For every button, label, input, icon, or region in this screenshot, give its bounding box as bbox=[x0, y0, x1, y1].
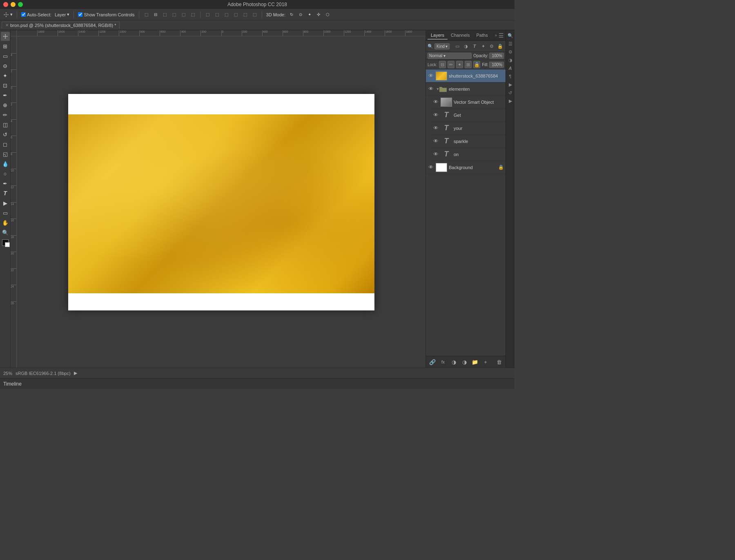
artboard-tool[interactable]: ⊞ bbox=[1, 42, 10, 51]
path-selection-tool[interactable]: ▶ bbox=[1, 199, 10, 207]
add-adjustment-btn[interactable]: ◑ bbox=[460, 358, 468, 366]
show-transform-checkbox[interactable] bbox=[78, 12, 82, 17]
layer-visibility-shutterstock[interactable]: 👁 bbox=[428, 73, 434, 79]
distribute-middle-btn[interactable]: ⬚ bbox=[242, 12, 248, 17]
layer-visibility-on[interactable]: 👁 bbox=[432, 151, 439, 158]
filter-adj-btn[interactable]: ◑ bbox=[462, 42, 470, 50]
brush-tool[interactable]: ✏ bbox=[1, 110, 10, 119]
delete-layer-btn[interactable]: 🗑 bbox=[495, 358, 503, 366]
distribute-bottom-btn[interactable]: ⬚ bbox=[252, 12, 258, 17]
crop-tool[interactable]: ⊡ bbox=[1, 81, 10, 90]
blend-mode-dropdown[interactable]: Normal ▾ bbox=[428, 53, 472, 59]
layer-visibility-elementen[interactable]: 👁 bbox=[428, 86, 434, 92]
history-btn[interactable]: ↺ bbox=[507, 89, 514, 96]
lock-artboard-btn[interactable]: ⊞ bbox=[465, 61, 472, 68]
3d-roll-btn[interactable]: ⊙ bbox=[298, 12, 303, 17]
distribute-top-btn[interactable]: ⬚ bbox=[233, 12, 239, 17]
distribute-right-btn[interactable]: ⬚ bbox=[223, 12, 229, 17]
show-transform-checkbox-group[interactable]: Show Transform Controls bbox=[78, 12, 134, 17]
tab-paths[interactable]: Paths bbox=[473, 31, 491, 40]
layer-item-your[interactable]: 👁 T your bbox=[431, 122, 506, 135]
quick-select-tool[interactable]: ✦ bbox=[1, 71, 10, 80]
character-btn[interactable]: A bbox=[507, 65, 514, 72]
clone-tool[interactable]: ◫ bbox=[1, 120, 10, 129]
layer-visibility-background[interactable]: 👁 bbox=[428, 164, 434, 171]
active-document-tab[interactable]: ✕ bron.psd @ 25% (shutterstock_638876584… bbox=[2, 22, 120, 29]
tab-layers[interactable]: Layers bbox=[428, 31, 448, 40]
shape-tool[interactable]: ▭ bbox=[1, 208, 10, 217]
align-right-btn[interactable]: ⬚ bbox=[162, 12, 168, 17]
filter-lock-btn[interactable]: 🔒 bbox=[497, 42, 504, 50]
layer-visibility-sparkle[interactable]: 👁 bbox=[432, 138, 439, 145]
add-group-btn[interactable]: 📁 bbox=[471, 358, 479, 366]
paragraph-btn[interactable]: ¶ bbox=[507, 73, 514, 80]
align-bottom-btn[interactable]: ⬚ bbox=[190, 12, 196, 17]
fill-value[interactable]: 100% bbox=[489, 62, 504, 68]
canvas-scroll[interactable] bbox=[17, 36, 425, 368]
layer-item-on[interactable]: 👁 T on bbox=[431, 148, 506, 161]
lock-transparent-btn[interactable]: ⊟ bbox=[439, 61, 446, 68]
layer-item-get[interactable]: 👁 T Get bbox=[431, 109, 506, 122]
lock-all-btn[interactable]: 🔒 bbox=[473, 61, 480, 68]
auto-select-checkbox[interactable] bbox=[21, 12, 26, 17]
video-btn[interactable]: ▶ bbox=[507, 81, 514, 88]
layer-item-shutterstock[interactable]: 👁 shutterstock_638876584 bbox=[426, 69, 506, 83]
filter-smart-btn[interactable]: ⚙ bbox=[488, 42, 495, 50]
filter-shape-btn[interactable]: ✦ bbox=[479, 42, 487, 50]
hand-tool[interactable]: ✋ bbox=[1, 218, 10, 227]
move-tool[interactable] bbox=[1, 32, 10, 41]
layer-visibility-get[interactable]: 👁 bbox=[432, 112, 439, 118]
search-panel-btn[interactable]: 🔍 bbox=[507, 32, 514, 39]
layer-item-background[interactable]: 👁 Background 🔒 bbox=[426, 161, 506, 174]
close-button[interactable] bbox=[3, 2, 8, 7]
minimize-button[interactable] bbox=[11, 2, 16, 7]
align-center-btn[interactable]: ⊟ bbox=[153, 12, 158, 17]
dodge-tool[interactable]: ○ bbox=[1, 169, 10, 178]
text-tool[interactable]: T bbox=[1, 189, 10, 198]
background-color[interactable] bbox=[5, 242, 10, 247]
link-layers-btn[interactable]: 🔗 bbox=[428, 358, 437, 366]
3d-pan-btn[interactable]: ✦ bbox=[307, 12, 312, 17]
3d-scale-btn[interactable]: ⬡ bbox=[325, 12, 331, 17]
distribute-left-btn[interactable]: ⬚ bbox=[205, 12, 211, 17]
layer-visibility-your[interactable]: 👁 bbox=[432, 125, 439, 132]
properties-btn[interactable]: ⚙ bbox=[507, 48, 514, 56]
layer-item-elementen[interactable]: 👁 ▼ elementen bbox=[426, 83, 506, 96]
layer-item-sparkle[interactable]: 👁 T sparkle bbox=[431, 135, 506, 148]
3d-slide-btn[interactable]: ✣ bbox=[316, 12, 321, 17]
opacity-value[interactable]: 100% bbox=[489, 53, 504, 59]
tab-close-btn[interactable]: ✕ bbox=[5, 23, 9, 27]
lock-position-btn[interactable]: ✦ bbox=[456, 61, 463, 68]
filter-kind-dropdown[interactable]: Kind ▾ bbox=[434, 43, 450, 49]
filter-pixel-btn[interactable]: ▭ bbox=[454, 42, 461, 50]
align-top-btn[interactable]: ⬚ bbox=[171, 12, 177, 17]
libraries-btn[interactable]: ☰ bbox=[507, 40, 514, 47]
tab-channels[interactable]: Channels bbox=[448, 31, 473, 40]
layer-visibility-vector[interactable]: 👁 bbox=[432, 99, 439, 105]
panel-expand-btn[interactable]: » ☰ bbox=[494, 32, 504, 39]
foreground-color[interactable] bbox=[2, 239, 9, 246]
gradient-tool[interactable]: ◱ bbox=[1, 149, 10, 158]
filter-text-btn[interactable]: T bbox=[471, 42, 478, 50]
eraser-tool[interactable]: ◻ bbox=[1, 140, 10, 149]
status-arrow[interactable]: ▶ bbox=[74, 370, 77, 376]
3d-rotate-btn[interactable]: ↻ bbox=[289, 12, 294, 17]
history-brush-tool[interactable]: ↺ bbox=[1, 130, 10, 139]
maximize-button[interactable] bbox=[18, 2, 23, 7]
actions-btn[interactable]: ▶ bbox=[507, 97, 514, 105]
align-middle-btn[interactable]: ⬚ bbox=[180, 12, 187, 17]
pen-tool[interactable]: ✒ bbox=[1, 179, 10, 188]
distribute-center-btn[interactable]: ⬚ bbox=[214, 12, 220, 17]
eyedropper-tool[interactable]: ✒ bbox=[1, 91, 10, 100]
layer-select[interactable]: Layer ▾ bbox=[55, 12, 70, 17]
add-style-btn[interactable]: fx bbox=[439, 358, 447, 366]
add-layer-btn[interactable]: + bbox=[481, 358, 490, 366]
marquee-tool[interactable]: ▭ bbox=[1, 51, 10, 60]
lock-paint-btn[interactable]: ✏ bbox=[448, 61, 454, 68]
align-left-btn[interactable]: ⬚ bbox=[143, 12, 149, 17]
adjustments-btn[interactable]: ◑ bbox=[507, 56, 514, 64]
zoom-tool[interactable]: 🔍 bbox=[1, 228, 10, 237]
add-mask-btn[interactable]: ◑ bbox=[450, 358, 458, 366]
lasso-tool[interactable]: ⊖ bbox=[1, 61, 10, 70]
auto-select-checkbox-group[interactable]: Auto-Select: bbox=[21, 12, 51, 17]
